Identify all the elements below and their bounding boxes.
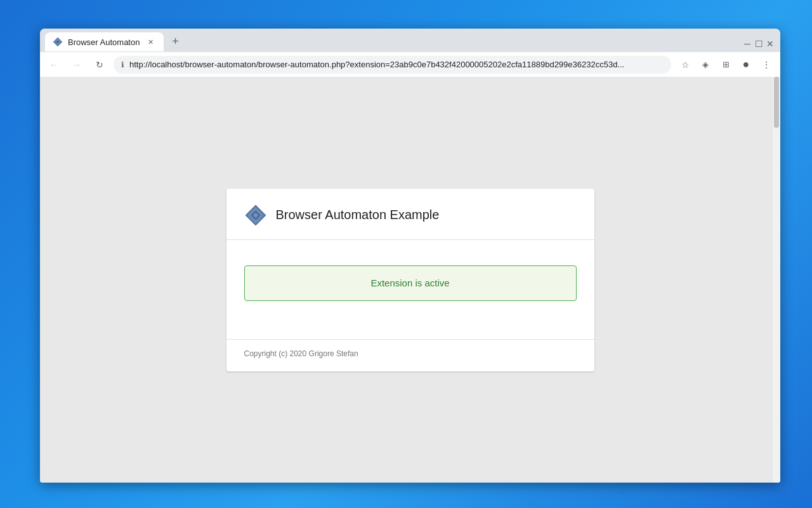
star-icon: ☆ — [681, 60, 690, 70]
address-bar[interactable]: ℹ http://localhost/browser-automaton/bro… — [114, 56, 671, 74]
window-close-button[interactable]: ✕ — [765, 39, 775, 49]
extension-icon: ◈ — [702, 60, 709, 69]
menu-button[interactable]: ⋮ — [757, 56, 775, 74]
window-controls: ─ ☐ ✕ — [742, 39, 775, 49]
scrollbar-thumb[interactable] — [774, 77, 779, 128]
card-footer: Copyright (c) 2020 Grigore Stefan — [226, 339, 594, 371]
refresh-icon: ↻ — [96, 60, 103, 70]
card-header: Browser Automaton Example — [226, 189, 594, 240]
card-body: Extension is active — [226, 240, 594, 339]
tab-title: Browser Automaton — [68, 37, 140, 47]
active-tab[interactable]: Browser Automaton ✕ — [45, 32, 164, 51]
back-button[interactable]: ← — [45, 56, 63, 74]
scrollbar[interactable] — [773, 77, 780, 483]
page-content: Browser Automaton Example Extension is a… — [40, 77, 780, 483]
toolbar-right: ☆ ◈ ⊞ ● ⋮ — [676, 56, 775, 74]
puzzle-icon: ⊞ — [723, 60, 730, 69]
forward-button[interactable]: → — [68, 56, 86, 74]
window-minimize-button[interactable]: ─ — [742, 39, 752, 49]
back-icon: ← — [49, 60, 58, 70]
status-message: Extension is active — [370, 277, 449, 288]
extensions-puzzle-button[interactable]: ⊞ — [717, 56, 735, 74]
tab-favicon-icon — [53, 37, 63, 47]
bookmark-button[interactable]: ☆ — [676, 56, 694, 74]
main-card: Browser Automaton Example Extension is a… — [226, 189, 594, 371]
status-box: Extension is active — [244, 265, 577, 301]
menu-icon: ⋮ — [762, 60, 771, 70]
window-maximize-button[interactable]: ☐ — [754, 39, 764, 49]
refresh-button[interactable]: ↻ — [91, 56, 108, 74]
app-title: Browser Automaton Example — [276, 208, 440, 222]
new-tab-button[interactable]: + — [166, 32, 184, 50]
app-logo-icon — [244, 204, 267, 227]
tab-bar: Browser Automaton ✕ + ─ ☐ ✕ — [40, 29, 780, 51]
url-text: http://localhost/browser-automaton/brows… — [129, 60, 664, 69]
page-body: Browser Automaton Example Extension is a… — [40, 77, 780, 483]
tab-close-button[interactable]: ✕ — [145, 36, 156, 48]
browser-toolbar: ← → ↻ ℹ http://localhost/browser-automat… — [40, 51, 780, 77]
profile-button[interactable]: ● — [737, 56, 755, 74]
info-icon: ℹ — [121, 60, 124, 69]
forward-icon: → — [72, 60, 81, 70]
copyright-text: Copyright (c) 2020 Grigore Stefan — [244, 349, 358, 358]
browser-window: Browser Automaton ✕ + ─ ☐ ✕ ← → ↻ ℹ http… — [40, 29, 780, 483]
extension-button[interactable]: ◈ — [697, 56, 714, 74]
profile-icon: ● — [743, 58, 750, 71]
